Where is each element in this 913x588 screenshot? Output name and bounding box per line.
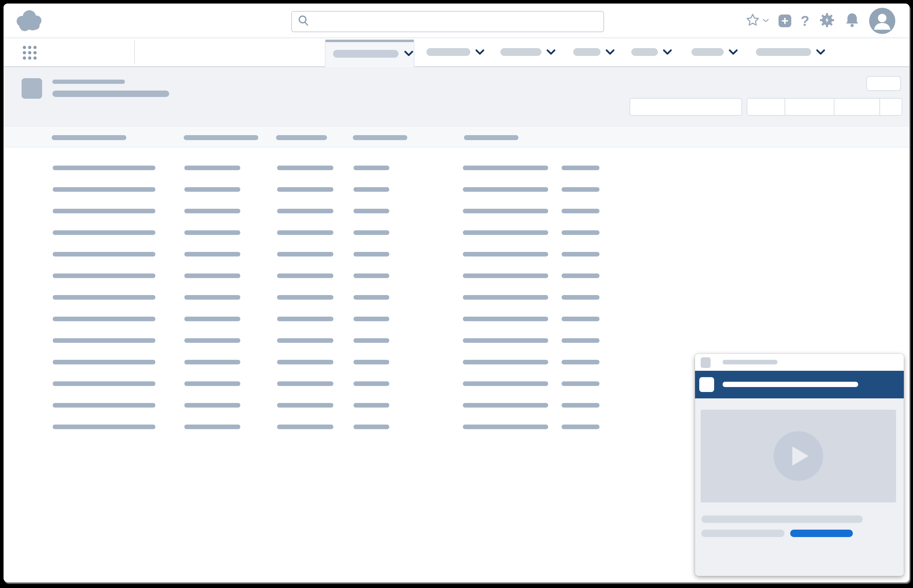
search-icon xyxy=(297,14,310,29)
table-row[interactable] xyxy=(3,287,910,308)
column-header-placeholder[interactable] xyxy=(353,135,407,140)
table-row[interactable] xyxy=(3,179,910,200)
nav-tab-dropdown[interactable] xyxy=(756,45,825,59)
cell-placeholder xyxy=(277,230,333,235)
cell-placeholder xyxy=(277,166,333,170)
cell-placeholder xyxy=(463,273,548,278)
cell-placeholder xyxy=(562,166,600,170)
help-question-icon[interactable]: ? xyxy=(801,14,809,28)
page-header xyxy=(3,67,910,128)
popup-body xyxy=(695,398,904,576)
video-player-placeholder[interactable] xyxy=(701,410,896,502)
cell-placeholder xyxy=(53,187,155,192)
cell-placeholder xyxy=(562,252,600,257)
active-tab-accent xyxy=(326,40,414,42)
cell-placeholder xyxy=(463,338,548,343)
table-row[interactable] xyxy=(3,222,910,243)
toolbar-button[interactable] xyxy=(880,99,902,115)
cell-placeholder xyxy=(53,381,155,386)
table-row[interactable] xyxy=(3,157,910,179)
cell-placeholder xyxy=(562,425,600,429)
tab-label-placeholder xyxy=(500,48,541,56)
header-icon-cluster: ? xyxy=(745,3,895,38)
nav-tab-active[interactable] xyxy=(325,40,414,67)
popup-topbar xyxy=(695,354,904,371)
column-header-placeholder[interactable] xyxy=(52,135,126,140)
record-icon xyxy=(22,78,42,99)
chevron-down-icon xyxy=(606,49,615,55)
popup-header-icon xyxy=(699,377,714,392)
cell-placeholder xyxy=(53,252,155,257)
toolbar-button[interactable] xyxy=(785,99,834,115)
cell-placeholder xyxy=(277,187,333,192)
play-button[interactable] xyxy=(774,431,823,481)
cell-placeholder xyxy=(562,403,600,407)
cell-placeholder xyxy=(184,230,240,235)
popup-text-placeholder xyxy=(701,530,785,537)
header-action-button[interactable] xyxy=(866,76,901,91)
cell-placeholder xyxy=(562,230,600,235)
column-header-placeholder[interactable] xyxy=(464,135,519,140)
table-row[interactable] xyxy=(3,308,910,330)
nav-tab-dropdown[interactable] xyxy=(573,45,615,59)
cell-placeholder xyxy=(354,209,389,213)
tab-label-placeholder xyxy=(631,48,658,56)
cell-placeholder xyxy=(53,425,155,429)
global-search-input[interactable] xyxy=(291,11,604,32)
cell-placeholder xyxy=(463,403,548,407)
chevron-down-icon xyxy=(729,49,738,55)
setup-gear-icon[interactable] xyxy=(819,12,835,30)
cell-placeholder xyxy=(53,403,155,407)
column-header-placeholder[interactable] xyxy=(276,135,327,140)
nav-bar xyxy=(3,38,910,67)
app-launcher-waffle-icon[interactable] xyxy=(22,45,37,62)
cell-placeholder xyxy=(184,338,240,343)
cell-placeholder xyxy=(277,338,333,343)
nav-tab-dropdown[interactable] xyxy=(631,45,672,59)
list-toolbar-button-group xyxy=(747,98,902,116)
tab-label-placeholder xyxy=(333,50,399,58)
nav-tab-dropdown[interactable] xyxy=(692,45,738,59)
mini-app-icon xyxy=(701,357,711,368)
star-favorites-icon[interactable] xyxy=(745,12,761,29)
cell-placeholder xyxy=(277,381,333,386)
favorites-control[interactable] xyxy=(745,12,769,29)
cell-placeholder xyxy=(184,403,240,407)
cell-placeholder xyxy=(53,338,155,343)
cell-placeholder xyxy=(354,252,389,257)
cell-placeholder xyxy=(354,381,389,386)
chevron-down-icon[interactable] xyxy=(404,51,413,58)
cell-placeholder xyxy=(354,166,389,170)
nav-tab-dropdown[interactable] xyxy=(500,45,556,59)
cell-placeholder xyxy=(354,360,389,364)
user-avatar[interactable] xyxy=(869,8,895,34)
toolbar-button[interactable] xyxy=(747,99,785,115)
table-row[interactable] xyxy=(3,330,910,351)
popup-primary-action-button[interactable] xyxy=(790,530,853,537)
cell-placeholder xyxy=(184,295,240,300)
cell-placeholder xyxy=(277,209,333,213)
cell-placeholder xyxy=(562,295,600,300)
cell-placeholder xyxy=(463,381,548,386)
toolbar-button[interactable] xyxy=(834,99,880,115)
list-search-input[interactable] xyxy=(630,98,742,116)
notifications-bell-icon[interactable] xyxy=(845,12,860,30)
chevron-down-icon[interactable] xyxy=(763,18,769,24)
column-header-placeholder[interactable] xyxy=(184,135,259,140)
play-icon xyxy=(792,446,809,465)
cloud-logo-icon xyxy=(14,9,45,34)
tab-label-placeholder xyxy=(427,48,470,56)
cell-placeholder xyxy=(354,338,389,343)
tab-label-placeholder xyxy=(692,48,724,56)
cell-placeholder xyxy=(184,252,240,257)
cell-placeholder xyxy=(463,166,548,170)
cell-placeholder xyxy=(277,295,333,300)
cell-placeholder xyxy=(463,317,548,321)
cell-placeholder xyxy=(53,317,155,321)
table-row[interactable] xyxy=(3,265,910,287)
nav-tab-dropdown[interactable] xyxy=(427,45,485,59)
cell-placeholder xyxy=(53,230,155,235)
table-row[interactable] xyxy=(3,200,910,222)
add-plus-icon[interactable] xyxy=(779,15,791,27)
table-row[interactable] xyxy=(3,243,910,265)
